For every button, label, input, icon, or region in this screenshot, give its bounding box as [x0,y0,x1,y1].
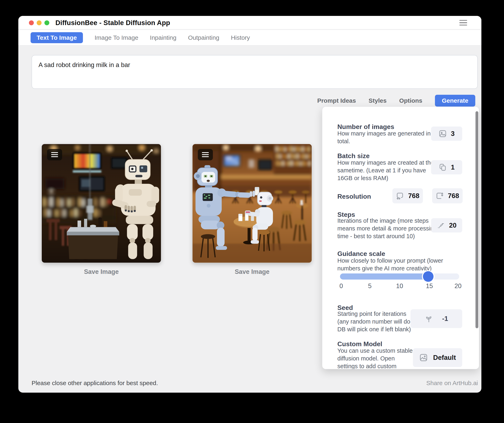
stairs-icon [437,221,445,230]
prompt-input[interactable]: A sad robot drinking milk in a bar [32,55,478,89]
slider-fill [340,273,428,279]
speed-notice: Please close other applications for best… [32,380,158,387]
robot-bar-scene-2 [192,144,312,263]
close-button[interactable] [29,20,34,25]
tab-text-to-image[interactable]: Text To Image [30,32,83,43]
batch-size-description: How many images are created at the samet… [337,159,435,182]
generate-button[interactable]: Generate [435,95,475,107]
window-title: DiffusionBee - Stable Diffusion App [55,16,170,30]
tab-image-to-image[interactable]: Image To Image [95,34,138,41]
generated-image-1 [42,144,161,263]
tick-15: 15 [426,282,433,290]
resolution-width-value: 768 [408,192,419,200]
batch-size-input[interactable]: 1 [431,160,462,175]
guidance-scale-slider[interactable] [340,273,459,279]
resolution-title: Resolution [337,193,371,200]
tab-inpainting[interactable]: Inpainting [150,34,176,41]
resolution-width-input[interactable]: 768 [392,188,423,203]
guidance-scale-description: How closely to follow your prompt (lower… [337,257,460,272]
tick-20: 20 [455,282,462,290]
tick-5: 5 [368,282,372,290]
custom-model-description: You can use a custom stable diffusion mo… [337,347,415,369]
seed-description: Starting point for iterations (any rando… [337,310,417,333]
custom-model-input[interactable]: Default [413,348,462,367]
panel-scrollbar[interactable] [475,111,478,328]
custom-model-value: Default [433,354,456,362]
copy-icon [439,163,447,171]
styles-button[interactable]: Styles [369,97,386,104]
seed-input[interactable]: -1 [410,309,462,328]
tab-history[interactable]: History [231,34,250,41]
width-arrow-icon [396,192,404,200]
app-window: DiffusionBee - Stable Diffusion App Text… [18,16,481,393]
guidance-scale-title: Guidance scale [337,250,385,258]
generated-image-2 [192,144,312,263]
minimize-button[interactable] [37,20,42,25]
height-arrow-icon [436,192,444,200]
slider-thumb[interactable] [423,271,433,282]
tab-bar: Text To Image Image To Image Inpainting … [18,30,481,46]
prompt-ideas-button[interactable]: Prompt Ideas [317,97,356,104]
action-row: Prompt Ideas Styles Options Generate [18,95,475,107]
hamburger-menu-icon[interactable] [459,16,467,30]
tab-outpainting[interactable]: Outpainting [188,34,219,41]
slider-ticks: 0 5 10 15 20 [340,282,459,291]
save-image-1-button[interactable]: Save Image [42,268,161,276]
share-arthub-link[interactable]: Share on ArtHub.ai [426,380,478,387]
resolution-height-input[interactable]: 768 [432,188,463,203]
image-1-menu-icon[interactable] [47,149,62,160]
image-2-menu-icon[interactable] [198,149,213,160]
window-controls [29,16,49,30]
title-bar: DiffusionBee - Stable Diffusion App [18,16,481,30]
number-of-images-value: 3 [451,130,455,138]
number-of-images-input[interactable]: 3 [431,127,462,141]
tick-0: 0 [339,282,343,290]
steps-value: 20 [449,222,456,229]
image-icon [439,130,447,138]
save-image-2-button[interactable]: Save Image [192,268,312,276]
steps-description: Iterations of the image (more steps mean… [337,217,439,240]
seedling-icon [425,314,433,323]
tick-10: 10 [396,282,403,290]
options-button[interactable]: Options [399,97,422,104]
robot-bar-scene-1 [42,144,161,263]
number-of-images-description: How many images are generated in total. [337,130,433,145]
seed-value: -1 [442,315,448,323]
resolution-height-value: 768 [448,192,459,200]
batch-size-value: 1 [451,163,455,171]
zoom-button[interactable] [44,20,49,25]
image-icon [419,353,428,362]
options-panel: Number of images How many images are gen… [322,107,479,369]
screen: DiffusionBee - Stable Diffusion App Text… [0,0,504,423]
steps-input[interactable]: 20 [431,218,462,232]
